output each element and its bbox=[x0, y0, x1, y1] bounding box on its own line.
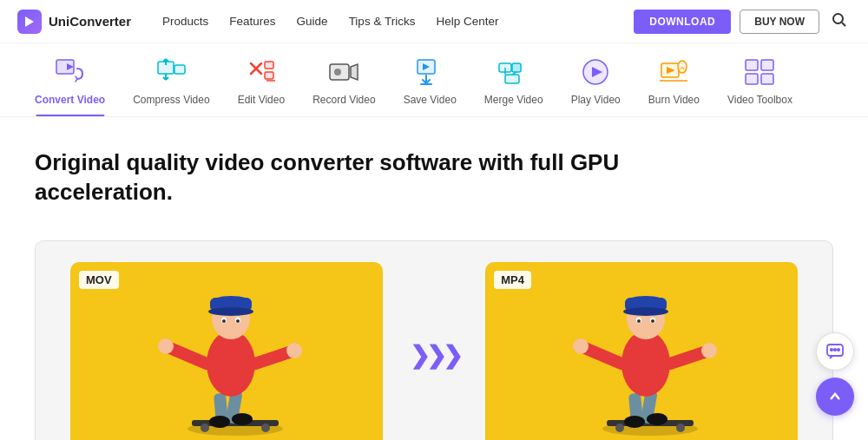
edit-video-icon-wrap bbox=[245, 56, 278, 89]
skater-target bbox=[555, 268, 728, 440]
chat-icon bbox=[825, 342, 845, 361]
svg-point-19 bbox=[334, 69, 341, 76]
merge-video-icon-wrap bbox=[497, 56, 530, 89]
svg-rect-38 bbox=[761, 60, 773, 70]
svg-point-101 bbox=[834, 349, 836, 351]
toolbar-save-video[interactable]: Save Video bbox=[390, 56, 470, 116]
video-toolbox-label: Video Toolbox bbox=[727, 94, 792, 106]
svg-point-66 bbox=[676, 424, 685, 432]
merge-video-label: Merge Video bbox=[484, 94, 543, 106]
svg-point-58 bbox=[208, 307, 253, 316]
svg-point-80 bbox=[623, 307, 668, 316]
demo-container: MOV bbox=[35, 240, 833, 440]
toolbar-convert-video[interactable]: Convert Video bbox=[21, 56, 119, 116]
hero-title: Original quality video converter softwar… bbox=[35, 148, 712, 207]
merge-video-icon bbox=[498, 56, 529, 88]
nav-features[interactable]: Features bbox=[229, 15, 275, 28]
save-video-label: Save Video bbox=[404, 94, 457, 106]
search-icon bbox=[832, 12, 847, 28]
toolbar: Convert Video Compress Video bbox=[0, 43, 868, 117]
hero-section: Original quality video converter softwar… bbox=[0, 117, 868, 225]
svg-point-44 bbox=[261, 424, 270, 432]
svg-rect-39 bbox=[746, 74, 758, 84]
svg-rect-37 bbox=[746, 60, 758, 70]
up-arrow-icon bbox=[827, 389, 843, 404]
edit-video-icon bbox=[246, 56, 277, 88]
svg-point-74 bbox=[573, 338, 589, 354]
toolbar-compress-video[interactable]: Compress Video bbox=[119, 56, 224, 116]
svg-point-84 bbox=[651, 319, 654, 323]
nav-tips[interactable]: Tips & Tricks bbox=[349, 15, 416, 28]
svg-point-53 bbox=[286, 343, 302, 358]
svg-point-65 bbox=[615, 424, 624, 432]
source-video-card: MOV bbox=[70, 262, 383, 440]
source-video-bg: MOV bbox=[70, 262, 383, 440]
svg-point-52 bbox=[158, 338, 174, 354]
buynow-button[interactable]: BUY NOW bbox=[740, 10, 819, 34]
svg-rect-11 bbox=[174, 65, 185, 74]
svg-point-49 bbox=[207, 331, 255, 397]
scroll-top-button[interactable] bbox=[816, 378, 854, 416]
download-button[interactable]: DOWNLOAD bbox=[634, 10, 731, 34]
convert-video-icon bbox=[55, 56, 86, 88]
target-format-badge: MP4 bbox=[494, 271, 531, 289]
record-video-label: Record Video bbox=[312, 94, 376, 106]
svg-point-75 bbox=[701, 343, 717, 358]
chat-floating-button[interactable] bbox=[816, 332, 854, 371]
conversion-arrow: ❯❯❯ bbox=[409, 341, 459, 370]
navbar: UniConverter Products Features Guide Tip… bbox=[0, 0, 868, 43]
arrow-icon: ❯❯❯ bbox=[410, 341, 459, 370]
svg-rect-14 bbox=[265, 62, 273, 69]
toolbar-merge-video[interactable]: Merge Video bbox=[470, 56, 557, 116]
convert-video-label: Convert Video bbox=[35, 94, 105, 106]
nav-products[interactable]: Products bbox=[162, 15, 208, 28]
svg-point-43 bbox=[201, 424, 209, 432]
svg-rect-28 bbox=[505, 75, 519, 83]
svg-point-69 bbox=[624, 416, 645, 428]
edit-video-label: Edit Video bbox=[238, 94, 286, 106]
skater-source bbox=[140, 268, 313, 440]
nav-actions: DOWNLOAD BUY NOW bbox=[634, 9, 851, 34]
burn-video-icon bbox=[658, 56, 689, 88]
toolbar-edit-video[interactable]: Edit Video bbox=[224, 56, 299, 116]
logo-text: UniConverter bbox=[49, 14, 131, 29]
play-video-icon-wrap bbox=[579, 56, 612, 89]
svg-point-48 bbox=[232, 413, 253, 425]
svg-rect-27 bbox=[512, 63, 521, 72]
play-video-label: Play Video bbox=[571, 94, 621, 106]
compress-video-label: Compress Video bbox=[133, 94, 210, 106]
source-format-badge: MOV bbox=[79, 271, 119, 289]
svg-point-62 bbox=[236, 319, 240, 323]
svg-line-1 bbox=[842, 23, 845, 26]
logo: UniConverter bbox=[17, 10, 131, 34]
record-video-icon bbox=[328, 56, 359, 88]
play-video-icon bbox=[580, 56, 611, 88]
svg-marker-18 bbox=[351, 64, 358, 80]
svg-point-100 bbox=[831, 349, 832, 351]
svg-rect-15 bbox=[265, 72, 273, 79]
compress-video-icon-wrap bbox=[155, 56, 187, 89]
svg-rect-40 bbox=[761, 74, 773, 84]
toolbar-burn-video[interactable]: Burn Video bbox=[635, 56, 713, 116]
save-video-icon-wrap bbox=[413, 56, 446, 89]
video-toolbox-icon bbox=[744, 56, 775, 88]
target-video-bg: MP4 bbox=[485, 262, 798, 440]
svg-point-47 bbox=[209, 416, 230, 428]
logo-icon bbox=[17, 10, 42, 34]
save-video-icon bbox=[414, 56, 445, 88]
svg-point-0 bbox=[833, 14, 843, 23]
convert-video-icon-wrap bbox=[54, 56, 87, 89]
video-toolbox-icon-wrap bbox=[743, 56, 776, 89]
record-video-icon-wrap bbox=[327, 56, 360, 89]
svg-point-70 bbox=[647, 413, 667, 425]
nav-guide[interactable]: Guide bbox=[297, 15, 328, 28]
svg-point-83 bbox=[637, 319, 641, 323]
search-button[interactable] bbox=[828, 9, 851, 34]
nav-help[interactable]: Help Center bbox=[436, 15, 498, 28]
toolbar-video-toolbox[interactable]: Video Toolbox bbox=[713, 56, 806, 116]
target-video-card: MP4 bbox=[485, 262, 798, 440]
toolbar-record-video[interactable]: Record Video bbox=[299, 56, 390, 116]
svg-point-61 bbox=[222, 319, 226, 323]
toolbar-play-video[interactable]: Play Video bbox=[557, 56, 635, 116]
burn-video-label: Burn Video bbox=[648, 94, 700, 106]
